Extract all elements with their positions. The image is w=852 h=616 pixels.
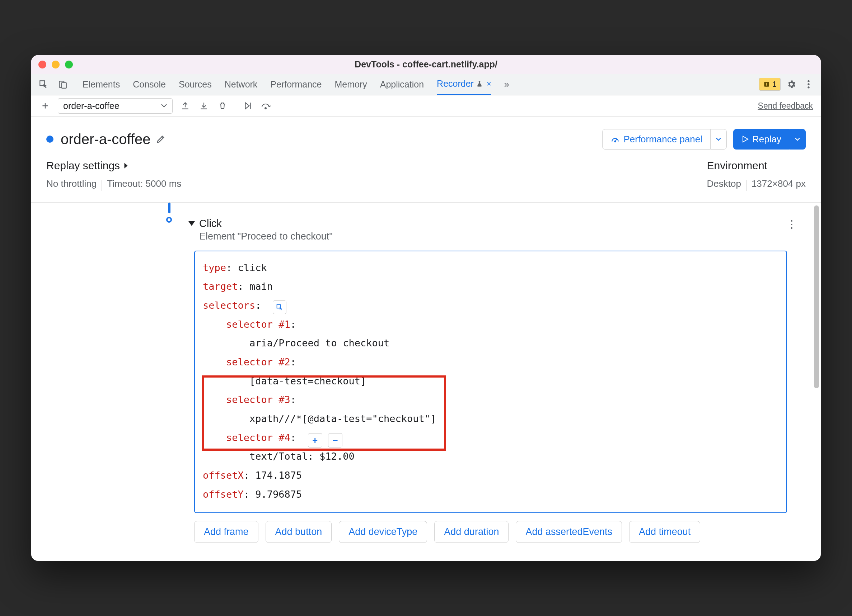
environment-summary: Desktop 1372×804 px bbox=[707, 178, 806, 189]
environment-info: Environment Desktop 1372×804 px bbox=[707, 160, 806, 189]
step-disclosure-toggle[interactable] bbox=[189, 221, 195, 226]
svg-point-7 bbox=[808, 84, 809, 85]
add-devicetype-button[interactable]: Add deviceType bbox=[339, 521, 427, 543]
tab-performance[interactable]: Performance bbox=[270, 74, 322, 95]
throttle-value: No throttling bbox=[46, 178, 97, 189]
devtools-window: DevTools - coffee-cart.netlify.app/ Elem… bbox=[31, 55, 821, 561]
play-button[interactable] bbox=[242, 100, 254, 112]
svg-point-8 bbox=[808, 86, 809, 88]
environment-title: Environment bbox=[707, 160, 806, 172]
tab-label: Sources bbox=[179, 79, 212, 90]
edit-title-button[interactable] bbox=[156, 134, 166, 144]
separator bbox=[746, 180, 746, 191]
replay-settings: Replay settings No throttling Timeout: 5… bbox=[46, 160, 181, 189]
tabbar-right: 1 bbox=[759, 78, 815, 91]
tab-label: Network bbox=[225, 79, 258, 90]
step-area: Click Element "Proceed to checkout" ⋮ ty… bbox=[31, 203, 812, 561]
tab-application[interactable]: Application bbox=[380, 74, 424, 95]
timeout-value: Timeout: 5000 ms bbox=[107, 178, 181, 189]
recording-title-text: order-a-coffee bbox=[60, 131, 151, 148]
add-property-row: Add frame Add button Add deviceType Add … bbox=[194, 521, 787, 543]
selector-4-val[interactable]: text/Total: $12.00 bbox=[203, 447, 778, 466]
traffic-lights bbox=[38, 60, 73, 68]
step-details-card: type: click target: main selectors: sele… bbox=[194, 251, 787, 513]
replay-button[interactable]: Replay bbox=[733, 129, 790, 149]
prop-selectors: selectors: bbox=[203, 296, 778, 315]
tab-label: Console bbox=[133, 79, 166, 90]
tab-sources[interactable]: Sources bbox=[179, 74, 212, 95]
step-titles: Click Element "Proceed to checkout" bbox=[199, 218, 333, 242]
prop-offsetx: offsetX: 174.1875 bbox=[203, 466, 778, 485]
recording-status-dot bbox=[46, 136, 53, 143]
selector-2-val[interactable]: [data-test=checkout] bbox=[203, 372, 778, 391]
tab-console[interactable]: Console bbox=[133, 74, 166, 95]
minimize-window-button[interactable] bbox=[52, 60, 60, 68]
performance-panel-caret[interactable] bbox=[711, 129, 727, 149]
pick-selector-button[interactable] bbox=[273, 300, 286, 314]
replay-settings-summary: No throttling Timeout: 5000 ms bbox=[46, 178, 181, 189]
tab-network[interactable]: Network bbox=[225, 74, 258, 95]
fullscreen-window-button[interactable] bbox=[65, 60, 73, 68]
gauge-icon bbox=[610, 134, 620, 144]
issues-badge[interactable]: 1 bbox=[759, 78, 781, 91]
selector-3-val[interactable]: xpath///*[@data-test="checkout"] bbox=[203, 410, 778, 428]
replay-caret[interactable] bbox=[790, 129, 806, 149]
close-window-button[interactable] bbox=[38, 60, 46, 68]
tab-label: Recorder bbox=[437, 78, 474, 89]
kebab-menu-icon[interactable] bbox=[802, 78, 815, 91]
flask-icon bbox=[476, 80, 483, 88]
tab-elements[interactable]: Elements bbox=[83, 74, 120, 95]
prop-type: type: click bbox=[203, 259, 778, 277]
selector-1-key: selector #1: bbox=[203, 315, 778, 334]
import-button[interactable] bbox=[198, 100, 210, 112]
settings-row: Replay settings No throttling Timeout: 5… bbox=[31, 160, 821, 203]
more-tabs-button[interactable]: » bbox=[504, 74, 509, 95]
close-tab-button[interactable]: × bbox=[486, 79, 491, 89]
svg-rect-5 bbox=[766, 86, 767, 86]
prop-target: target: main bbox=[203, 277, 778, 296]
scroll-thumb[interactable] bbox=[814, 205, 819, 388]
tab-memory[interactable]: Memory bbox=[334, 74, 367, 95]
svg-point-10 bbox=[615, 141, 616, 142]
tab-label: Elements bbox=[83, 79, 120, 90]
play-icon bbox=[742, 135, 749, 143]
panel-tabs: Elements Console Sources Network Perform… bbox=[83, 74, 752, 95]
timeline-stick bbox=[168, 203, 171, 213]
selector-2-key: selector #2: bbox=[203, 353, 778, 372]
timeline-dot bbox=[166, 217, 172, 223]
selector-1-val[interactable]: aria/Proceed to checkout bbox=[203, 334, 778, 353]
step-title: Click bbox=[199, 218, 333, 229]
replay-settings-toggle[interactable]: Replay settings bbox=[46, 160, 181, 172]
export-button[interactable] bbox=[179, 100, 191, 112]
add-selector-button[interactable]: + bbox=[308, 433, 322, 447]
button-label: Performance panel bbox=[623, 134, 702, 145]
svg-point-9 bbox=[265, 108, 266, 109]
recording-dropdown[interactable]: order-a-coffee bbox=[58, 98, 173, 114]
settings-title: Replay settings bbox=[46, 160, 120, 172]
chevron-down-icon bbox=[161, 104, 167, 108]
step-over-button[interactable] bbox=[260, 100, 272, 112]
window-title: DevTools - coffee-cart.netlify.app/ bbox=[31, 59, 821, 69]
device-toggle-icon[interactable] bbox=[56, 78, 69, 91]
titlebar: DevTools - coffee-cart.netlify.app/ bbox=[31, 55, 821, 74]
scrollbar[interactable] bbox=[812, 203, 821, 561]
add-duration-button[interactable]: Add duration bbox=[434, 521, 509, 543]
delete-button[interactable] bbox=[216, 100, 229, 112]
new-recording-button[interactable] bbox=[39, 100, 51, 112]
inspect-icon[interactable] bbox=[37, 78, 50, 91]
add-button-button[interactable]: Add button bbox=[266, 521, 332, 543]
add-timeout-button[interactable]: Add timeout bbox=[629, 521, 700, 543]
send-feedback-link[interactable]: Send feedback bbox=[758, 101, 813, 111]
tab-recorder[interactable]: Recorder × bbox=[437, 74, 491, 95]
step-menu-button[interactable]: ⋮ bbox=[786, 218, 798, 230]
add-assertedevents-button[interactable]: Add assertedEvents bbox=[516, 521, 622, 543]
step-subtitle: Element "Proceed to checkout" bbox=[199, 231, 333, 242]
remove-selector-button[interactable]: − bbox=[328, 433, 342, 447]
add-frame-button[interactable]: Add frame bbox=[194, 521, 258, 543]
separator bbox=[101, 180, 102, 191]
issue-icon bbox=[763, 81, 770, 88]
recording-title: order-a-coffee bbox=[60, 131, 166, 148]
performance-panel-button[interactable]: Performance panel bbox=[602, 129, 711, 149]
svg-rect-2 bbox=[62, 83, 66, 88]
settings-gear-icon[interactable] bbox=[785, 78, 798, 91]
